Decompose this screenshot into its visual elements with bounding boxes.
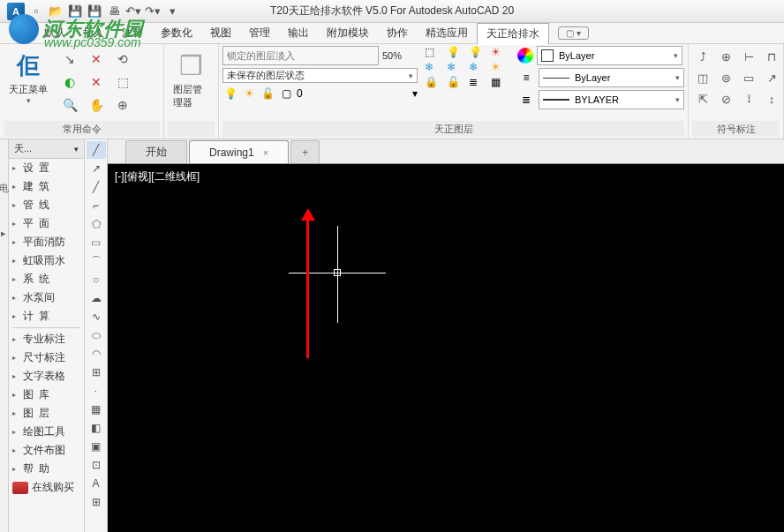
locked-layer-input[interactable] [222,46,379,65]
cmd-icon-6[interactable]: ⬚ [113,72,132,92]
sym-1[interactable]: ⤴ [694,48,712,65]
redo-icon[interactable]: ↷▾ [145,4,161,19]
menu-parametric[interactable]: 参数化 [152,23,201,43]
cmd-icon-8[interactable]: ✋ [87,95,106,115]
lweight-icon[interactable]: ≣ [517,91,535,109]
lock-icon[interactable]: 🔓 [260,86,275,101]
sym-9[interactable]: ⇱ [694,90,712,108]
ly-unlock[interactable]: 🔓 [447,76,466,88]
sym-8[interactable]: ↗ [763,69,780,86]
tool-ellipse-arc[interactable]: ◠ [87,345,106,363]
ly-bulb-on[interactable]: 💡 [447,46,466,58]
plot-icon[interactable]: 🖶 [106,4,122,19]
cmd-icon-2[interactable]: ✕ [87,49,106,69]
sp-drawtools[interactable]: ▸绘图工具 [9,423,84,441]
tool-spline[interactable]: ∿ [87,308,106,326]
sp-library[interactable]: ▸图库 [9,386,84,404]
save-icon[interactable]: 💾 [67,4,83,19]
sym-10[interactable]: ⊘ [717,90,735,108]
viewport-label[interactable]: [-][俯视][二维线框] [115,169,200,184]
menu-insert[interactable]: 插入 [74,23,113,43]
tool-region[interactable]: ▣ [87,438,106,455]
ly-sun-red[interactable]: ☀ [491,46,510,58]
tab-new[interactable]: + [290,140,320,163]
bulb-icon[interactable]: 💡 [222,86,238,101]
sp-pump[interactable]: ▸水泵间 [9,288,84,307]
ly-bulb-off[interactable]: 💡 [469,46,488,58]
ly-snow-2[interactable]: ❄ [447,61,466,73]
cmd-icon-5[interactable]: ✕ [87,72,106,92]
layer-manager-button[interactable]: ❒ 图层管理器 [168,46,215,113]
sym-4[interactable]: ⊓ [763,48,780,65]
close-icon[interactable]: × [263,147,268,158]
sp-text-table[interactable]: ▸文字表格 [9,367,84,386]
menu-default[interactable]: 默认 [35,23,74,43]
tool-ray[interactable]: ↗ [87,160,106,177]
tool-gradient[interactable]: ◧ [87,419,106,437]
cmd-icon-1[interactable]: ↘ [60,49,79,69]
sp-system[interactable]: ▸系统 [9,270,84,288]
tianzheng-menu-button[interactable]: 佢 天正菜单 ▾ [4,46,53,109]
sp-layer[interactable]: ▸图层 [9,404,84,423]
ribbon-toggle[interactable]: ▢ ▾ [558,26,589,40]
app-logo-icon[interactable]: A [7,3,25,20]
sp-dimension[interactable]: ▸尺寸标注 [9,348,84,367]
linetype-icon[interactable]: ≡ [517,69,535,86]
tool-rectangle[interactable]: ▭ [87,234,106,251]
tool-block[interactable]: ⊞ [87,363,106,381]
sun-icon[interactable]: ☀ [241,86,257,101]
rainbow-icon[interactable] [517,48,533,64]
tool-line[interactable]: ╱ [87,141,106,159]
sym-11[interactable]: ⟟ [740,90,758,108]
new-icon[interactable]: ▫ [28,4,44,19]
sym-3[interactable]: ⊢ [740,48,758,65]
layer-dropdown-icon[interactable]: ▾ [412,87,418,100]
menu-addon[interactable]: 附加模块 [318,23,378,43]
sp-calc[interactable]: ▸计算 [9,307,84,326]
undo-icon[interactable]: ↶▾ [125,4,141,19]
sp-pipe[interactable]: ▸管线 [9,196,84,214]
tool-xline[interactable]: ╱ [87,178,106,196]
tool-circle[interactable]: ○ [87,271,106,288]
sp-settings[interactable]: ▸设置 [9,159,84,177]
menu-view[interactable]: 视图 [201,23,240,43]
menu-tianzheng[interactable]: 天正给排水 [477,23,549,45]
sp-file-layout[interactable]: ▸文件布图 [9,441,84,460]
cmd-icon-4[interactable]: ◐ [60,72,79,92]
ly-lock[interactable]: 🔒 [425,76,444,88]
tool-arc[interactable]: ⌒ [87,252,106,270]
ly-snow-1[interactable]: ❄ [425,61,444,73]
ly-sun-2[interactable]: ☀ [491,61,510,73]
linetype-combo[interactable]: ByLayer▾ [539,68,684,87]
sp-rain[interactable]: ▸虹吸雨水 [9,251,84,270]
sym-12[interactable]: ↕ [763,90,780,108]
sp-help[interactable]: ▸帮助 [9,460,84,478]
ly-snow-3[interactable]: ❄ [469,61,488,73]
tab-start[interactable]: 开始 [125,140,187,163]
tool-table[interactable]: ⊞ [87,493,106,511]
lweight-combo[interactable]: BYLAYER▾ [539,90,684,109]
canvas[interactable]: [-][俯视][二维线框] [108,164,784,532]
ly-tool-1[interactable]: ⬚ [425,46,444,58]
color-swatch-icon[interactable]: ▢ [278,86,294,101]
color-combo[interactable]: ByLayer▾ [537,46,682,65]
sp-building[interactable]: ▸建筑 [9,177,84,196]
tab-drawing1[interactable]: Drawing1× [189,140,289,163]
layer-state-combo[interactable]: 未保存的图层状态▾ [222,68,418,83]
tool-polyline[interactable]: ⌐ [87,197,106,214]
sym-7[interactable]: ▭ [740,69,758,86]
open-icon[interactable]: 📂 [48,4,64,19]
menu-featured[interactable]: 精选应用 [417,23,477,43]
menu-annotate[interactable]: 注释 [113,23,152,43]
tool-hatch[interactable]: ▦ [87,401,106,418]
tool-text[interactable]: A [87,475,106,492]
sym-5[interactable]: ◫ [694,69,712,86]
tool-wipeout[interactable]: ⊡ [87,456,106,474]
cmd-icon-9[interactable]: ⊕ [113,95,132,115]
cmd-icon-3[interactable]: ⟲ [113,49,132,69]
sp-annotation[interactable]: ▸专业标注 [9,330,84,348]
ly-match[interactable]: ▦ [491,76,510,88]
tool-ellipse[interactable]: ⬭ [87,326,106,344]
tool-polygon[interactable]: ⬠ [87,215,106,233]
tool-revcloud[interactable]: ☁ [87,289,106,307]
